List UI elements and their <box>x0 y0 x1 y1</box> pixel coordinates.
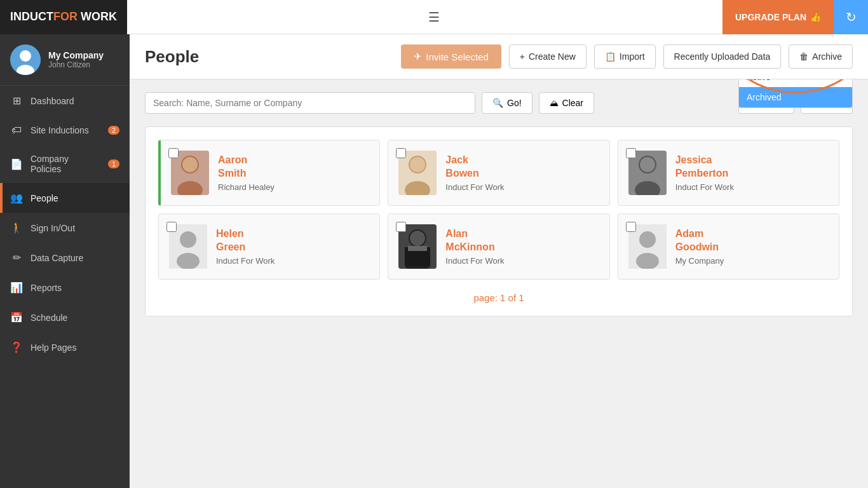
svg-point-26 <box>636 253 659 269</box>
person-info-alan: AlanMcKinnon Induct For Work <box>445 227 599 266</box>
sidebar-item-label: Site Inductions <box>31 125 89 135</box>
sign-in-out-icon: 🚶 <box>10 222 23 234</box>
svg-rect-23 <box>408 246 427 251</box>
clear-search-label: Clear <box>562 98 583 108</box>
person-card-jack-bowen: JackBowen Induct For Work <box>388 140 609 206</box>
schedule-icon: 📅 <box>10 311 23 323</box>
people-grid: AaronSmith Richard Healey <box>145 126 853 316</box>
sidebar-item-label: Sign In/Out <box>31 223 75 233</box>
grid-row-2: HelenGreen Induct For Work <box>158 214 839 280</box>
sidebar-item-sign-in-out[interactable]: 🚶 Sign In/Out <box>0 213 130 243</box>
main-content: People ✈ Invite Selected + Create New 📋 … <box>130 34 868 488</box>
status-dropdown-menu: Active Archived <box>738 79 853 108</box>
invite-label: Invite Selected <box>426 51 488 62</box>
person-select-checkbox[interactable] <box>396 222 406 232</box>
person-card-helen-green: HelenGreen Induct For Work <box>158 214 380 280</box>
go-button[interactable]: 🔍 Go! <box>482 92 532 114</box>
help-pages-icon: ❓ <box>10 341 23 353</box>
refresh-button[interactable]: ↻ <box>834 0 868 34</box>
person-name: JackBowen <box>445 154 599 180</box>
dashboard-icon: ⊞ <box>10 95 23 107</box>
site-inductions-icon: 🏷 <box>10 125 23 136</box>
person-name: JessicaPemberton <box>675 154 829 180</box>
sidebar-item-schedule[interactable]: 📅 Schedule <box>0 302 130 332</box>
archive-button[interactable]: 🗑 Archive <box>789 44 853 69</box>
sidebar-item-label: Company Policies <box>31 154 100 174</box>
sidebar-item-people[interactable]: 👥 People <box>0 183 130 213</box>
page-header: People ✈ Invite Selected + Create New 📋 … <box>130 34 868 79</box>
sidebar-item-dashboard[interactable]: ⊞ Dashboard <box>0 86 130 116</box>
sidebar-item-site-inductions[interactable]: 🏷 Site Inductions 2 <box>0 116 130 145</box>
recently-uploaded-button[interactable]: Recently Uploaded Data <box>663 44 782 69</box>
person-card-adam-goodwin: AdamGoodwin My Company <box>618 214 839 280</box>
create-new-button[interactable]: + Create New <box>509 44 587 69</box>
recently-uploaded-label: Recently Uploaded Data <box>674 51 771 62</box>
svg-point-14 <box>640 157 655 172</box>
company-policies-badge: 1 <box>108 159 119 168</box>
logo: INDUCTFOR WORK <box>0 0 127 34</box>
sidebar-item-label: Help Pages <box>31 342 76 353</box>
sidebar-item-reports[interactable]: 📊 Reports <box>0 273 130 302</box>
person-info-helen: HelenGreen Induct For Work <box>216 227 369 266</box>
hamburger-icon[interactable]: ☰ <box>428 10 440 25</box>
svg-point-25 <box>639 231 656 248</box>
person-company: Induct For Work <box>216 256 369 266</box>
page-title: People <box>145 47 199 67</box>
person-name: AaronSmith <box>218 154 369 180</box>
sidebar: My Company John Citizen ⊞ Dashboard 🏷 Si… <box>0 34 130 488</box>
content-area: 🔍 Go! ⛰ Clear ☑ Select ☐ Clear <box>130 79 868 488</box>
person-card-aaron-smith: AaronSmith Richard Healey <box>158 140 380 206</box>
search-input[interactable] <box>145 92 475 114</box>
go-label: Go! <box>507 98 522 108</box>
create-label: Create New <box>529 51 576 62</box>
sidebar-profile-info: My Company John Citizen <box>48 50 104 69</box>
person-select-checkbox[interactable] <box>626 148 636 158</box>
person-company: Induct For Work <box>675 182 829 192</box>
invite-selected-button[interactable]: ✈ Invite Selected <box>401 44 501 69</box>
invite-icon: ✈ <box>414 51 422 62</box>
person-info-jessica: JessicaPemberton Induct For Work <box>675 154 829 193</box>
person-select-checkbox[interactable] <box>166 222 177 232</box>
sidebar-item-help-pages[interactable]: ❓ Help Pages <box>0 332 130 362</box>
import-icon: 📋 <box>605 51 616 62</box>
svg-point-21 <box>410 231 425 246</box>
person-name: AdamGoodwin <box>675 227 829 254</box>
pagination-label: page: 1 of 1 <box>473 292 524 303</box>
archive-icon: 🗑 <box>799 51 808 62</box>
sidebar-item-company-policies[interactable]: 📄 Company Policies 1 <box>0 145 130 183</box>
topbar-right: UPGRADE PLAN 👍 ↻ <box>722 0 868 34</box>
person-card-alan-mckinnon: AlanMcKinnon Induct For Work <box>388 214 609 280</box>
upgrade-plan-icon: 👍 <box>810 12 821 22</box>
grid-rows: AaronSmith Richard Healey <box>158 140 839 280</box>
company-policies-icon: 📄 <box>10 158 23 170</box>
topbar: INDUCTFOR WORK ☰ UPGRADE PLAN 👍 ↻ <box>0 0 868 34</box>
person-company: Induct For Work <box>445 182 599 192</box>
logo-text: INDUCTFOR WORK <box>10 10 117 24</box>
sidebar-item-data-capture[interactable]: ✏ Data Capture <box>0 243 130 273</box>
dropdown-option-active[interactable]: Active <box>739 79 852 87</box>
person-card-jessica-pemberton: JessicaPemberton Induct For Work <box>618 140 839 206</box>
import-button[interactable]: 📋 Import <box>594 44 656 69</box>
status-dropdown-container: Active ▼ Active Archived <box>738 79 853 108</box>
clear-search-button[interactable]: ⛰ Clear <box>539 92 594 114</box>
search-icon: 🔍 <box>492 98 503 108</box>
person-company: Richard Healey <box>218 182 369 192</box>
person-company: Induct For Work <box>445 256 599 266</box>
clear-icon: ⛰ <box>550 98 559 108</box>
dropdown-option-archived[interactable]: Archived <box>739 87 852 107</box>
plus-icon: + <box>520 51 525 62</box>
person-select-checkbox[interactable] <box>626 222 636 232</box>
filter-row: 🔍 Go! ⛰ Clear ☑ Select ☐ Clear <box>145 92 853 114</box>
svg-point-6 <box>182 157 198 172</box>
upgrade-plan-button[interactable]: UPGRADE PLAN 👍 <box>722 0 834 34</box>
layout: My Company John Citizen ⊞ Dashboard 🏷 Si… <box>0 34 868 488</box>
avatar <box>10 44 41 75</box>
sidebar-item-label: Data Capture <box>31 253 83 263</box>
person-select-checkbox[interactable] <box>396 148 406 158</box>
person-select-checkbox[interactable] <box>168 148 179 158</box>
sidebar-item-label: People <box>31 193 58 203</box>
svg-point-10 <box>410 157 425 172</box>
sidebar-item-label: Schedule <box>31 313 67 323</box>
sidebar-item-label: Dashboard <box>31 96 74 106</box>
people-icon: 👥 <box>10 192 23 204</box>
